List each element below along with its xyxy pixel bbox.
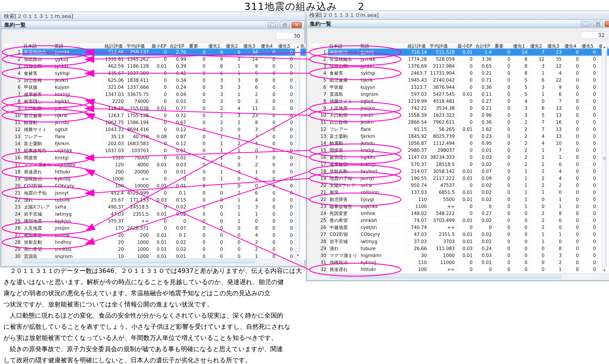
table-cell[interactable]: collision [359,189,407,196]
table-cell[interactable]: 0 [580,175,597,182]
table-cell[interactable]: 0 [260,56,277,63]
table-row[interactable]: 4食被害sykhgi435.671037.30900.42061900 [4,70,306,77]
table-cell[interactable]: 1 [512,182,529,189]
table-body-left[interactable]: 1常温核融合jyonkk712.46258.13702.7609634002強欲… [4,49,306,260]
table-row[interactable]: 24死因変更sinhnk148.02548.22200.27002800 [311,210,609,217]
table-cell[interactable]: 258.137 [126,49,150,56]
table-cell[interactable]: 間接害 [22,154,53,161]
table-cell[interactable]: 1 [529,189,546,196]
table-cell[interactable]: 0 [512,210,529,217]
table-cell[interactable]: 0.02 [169,210,188,217]
header-cell-rownum[interactable] [311,44,328,49]
table-cell[interactable]: 0 [563,56,580,63]
table-cell[interactable]: 0 [563,175,580,182]
table-cell[interactable]: 0 [150,56,169,63]
table-cell[interactable]: 0.23 [474,133,493,140]
table-cell[interactable]: 0 [493,126,512,133]
table-cell[interactable]: 0 [580,266,597,273]
table-cell[interactable]: 10 [4,112,22,119]
table-cell[interactable]: jyonkk [53,49,103,56]
table-cell[interactable]: 3 [529,63,546,70]
table-cell[interactable]: 120 [103,161,126,168]
table-cell[interactable]: 強欲政治 [22,56,53,63]
table-row[interactable]: 9人口動態jnkdti119.38155.0380.010.770241100 [4,105,306,112]
table-cell[interactable]: 1147.03 [407,154,429,161]
table-cell[interactable]: 0 [277,246,294,253]
table-cell[interactable]: 13 [4,133,22,140]
table-cell[interactable]: 3 [225,112,242,119]
table-cell[interactable]: 7 [242,133,260,140]
table-cell[interactable]: 5 [529,112,546,119]
table-cell[interactable]: 1 [546,203,563,210]
table-cell[interactable]: 甲状腺 [328,84,359,91]
table-cell[interactable]: 19 [4,175,22,182]
table-cell[interactable]: 0 [188,98,207,105]
header-cell[interactable]: 重要 [188,44,207,49]
table-cell[interactable]: 1263.7 [103,112,126,119]
header-cell[interactable]: 英語 [359,44,407,49]
table-cell[interactable]: 0 [242,175,260,182]
table-cell[interactable]: 1000 [428,252,456,259]
table-cell[interactable]: 食被害 [22,70,53,77]
table-cell[interactable]: tubure [53,196,103,204]
table-cell[interactable]: 0 [563,217,580,224]
table-cell[interactable]: 0 [563,196,580,203]
table-cell[interactable]: 27 [4,232,22,238]
table-cell[interactable]: 0 [277,225,294,232]
table-cell[interactable]: 0.02 [474,217,493,224]
table-cell[interactable]: 1558.39 [407,112,429,119]
table-cell[interactable]: 6 [529,77,546,84]
table-cell[interactable]: +∞ [428,266,456,273]
table-cell[interactable]: 28 [311,238,328,245]
table-cell[interactable]: 2 [529,210,546,217]
table-row[interactable]: 29潰れtubure26.66111.0830.030.24000800 [311,245,609,252]
table-cell[interactable]: 0 [260,133,277,140]
table-cell[interactable]: 34 [242,49,260,56]
table-cell[interactable]: 3 [512,105,529,112]
table-header-right[interactable]: 日本語英語統計評価平均評価最小EP合計EP重要優先1優先2優先3優先4優先5優先 [311,44,609,49]
table-cell[interactable]: 8694.416 [126,126,150,133]
table-cell[interactable]: 0 [580,196,597,203]
table-cell[interactable]: 1345.262 [126,56,150,63]
table-cell[interactable]: 1 [242,210,260,217]
table-cell[interactable]: 情報公開 [328,63,359,70]
table-row[interactable]: 30マグマ溜まりmgmdmr3010000.010.03000300 [311,252,609,259]
table-cell[interactable]: 食被害 [328,70,359,77]
table-cell[interactable]: 0.21 [474,105,493,112]
table-cell[interactable]: 2980.37 [407,147,429,154]
table-row[interactable]: 3情報公開jyhkki1376.692117.98400.650831200 [311,63,609,70]
scroll-thumb[interactable] [296,50,300,252]
table-cell[interactable]: 200 [103,168,126,175]
table-cell[interactable]: jnkdti [53,105,103,112]
table-cell[interactable]: 1520 [103,154,126,161]
table-cell[interactable]: 0.15 [169,196,188,204]
table-cell[interactable]: 716.14 [407,49,429,56]
table-cell[interactable]: 0 [493,210,512,217]
summary-panel-right-titlebar[interactable]: 集約一覧 ✕ [307,20,609,28]
table-cell[interactable]: 0.01 [150,239,169,246]
table-cell[interactable]: 0 [580,91,597,98]
table-cell[interactable]: 528.059 [428,56,456,63]
table-cell[interactable]: jyhkki [359,63,407,70]
table-cell[interactable]: 2866.54 [407,119,429,126]
table-cell[interactable]: 0 [169,218,188,225]
table-cell[interactable]: 0 [563,231,580,238]
table-cell[interactable]: 2428.571 [126,225,150,232]
table-cell[interactable]: 0 [260,154,277,161]
table-row[interactable]: 21地震の予知jsnnyt452.44523.99900.1002600 [4,189,306,196]
table-cell[interactable]: 18 [311,168,328,175]
table-row[interactable]: 25善の希望znnkbh74.073703.4990.010.02002000 [311,217,609,224]
table-row[interactable]: 1強欲政治gyksij716.14511.5280.011.401472300 [311,49,609,56]
table-cell[interactable]: gyksij [359,49,407,56]
table-cell[interactable]: 9 [207,49,225,56]
table-cell[interactable]: 0 [563,105,580,112]
table-cell[interactable]: 0 [580,70,597,77]
table-cell[interactable]: 0.01 [456,126,474,133]
table-cell[interactable]: kyknsij [359,259,407,266]
table-cell[interactable]: 0 [493,196,512,203]
table-cell[interactable]: 0 [563,112,580,119]
table-cell[interactable]: 17 [311,161,328,168]
table-row[interactable]: 1常温核融合jyonkk712.46258.13702.760963400 [4,49,306,56]
table-cell[interactable]: 0 [580,224,597,231]
header-cell[interactable]: 優先3 [242,44,260,49]
